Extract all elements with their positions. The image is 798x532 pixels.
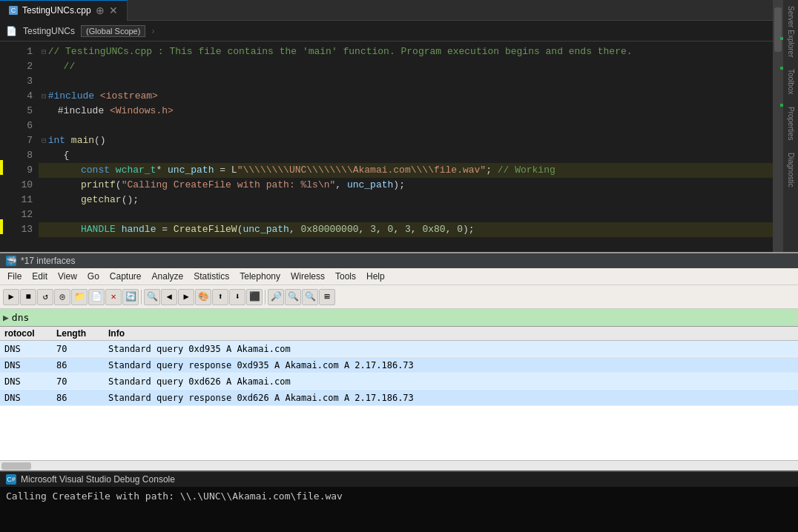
wireshark-filter-bar: ▶ dns [0, 309, 798, 327]
filter-icon: ▶ [3, 312, 9, 323]
col-header-length: Length [52, 327, 104, 340]
packet-row[interactable]: DNS 70 Standard query 0xd935 A Akamai.co… [0, 341, 798, 357]
col-header-info: Info [104, 327, 798, 340]
wireshark-title-bar: 🦈 *17 interfaces [0, 253, 798, 268]
code-line [39, 207, 798, 222]
code-line-bp: HANDLE handle = CreateFileW ( unc_path ,… [39, 222, 798, 237]
menu-telephony[interactable]: Telephony [235, 270, 285, 283]
scroll-thumb-h[interactable] [1, 462, 31, 470]
fold-icon[interactable]: ⊟ [42, 133, 47, 148]
tab-filename: TestingUNCs.cpp [22, 5, 91, 16]
ws-btn-folder[interactable]: 📁 [71, 289, 88, 305]
ws-sep-1 [141, 290, 142, 305]
packet-row[interactable]: DNS 86 Standard query response 0xd626 A … [0, 390, 798, 406]
packet-length: 70 [52, 342, 104, 356]
editor-body: 12345 678910 111213 ⊟ // TestingUNCs.cpp… [0, 41, 798, 252]
file-icon: C [9, 6, 18, 15]
ws-btn-down[interactable]: ⬇ [229, 289, 245, 305]
ws-btn-reload[interactable]: 🔄 [122, 289, 139, 305]
code-line [39, 119, 798, 133]
wireshark-title: *17 interfaces [21, 256, 75, 266]
packet-protocol: DNS [0, 342, 52, 356]
ws-btn-target[interactable]: ◎ [54, 289, 70, 305]
side-tab-properties[interactable]: Properties [785, 101, 797, 147]
menu-tools[interactable]: Tools [331, 270, 360, 283]
code-line: ⊟ // TestingUNCs.cpp : This file contain… [39, 44, 798, 59]
wireshark-toolbar: ▶ ■ ↺ ◎ 📁 📄 ✕ 🔄 🔍 ◀ ▶ 🎨 ⬆ ⬇ ⬛ 🔎 🔍 🔍 ⊞ [0, 285, 798, 309]
fold-icon[interactable]: ⊟ [42, 44, 47, 59]
breadcrumb-project[interactable]: TestingUNCs [23, 26, 75, 36]
ws-btn-up[interactable]: ⬆ [212, 289, 228, 305]
breakpoint-gutter [0, 41, 12, 252]
menu-view[interactable]: View [53, 270, 82, 283]
ws-btn-display[interactable]: ⬛ [246, 289, 263, 305]
active-tab[interactable]: C TestingUNCs.cpp ⊕ ✕ [0, 0, 128, 21]
side-tab-toolbox[interactable]: Toolbox [785, 63, 797, 100]
code-line: ⊟ int main() [39, 133, 798, 148]
debug-console: C# Microsoft Visual Studio Debug Console… [0, 471, 798, 532]
ws-btn-zoom-in[interactable]: 🔍 [144, 289, 160, 305]
wireshark-packet-table: rotocol Length Info DNS 70 Standard quer… [0, 327, 798, 460]
packet-info: Standard query 0xd935 A Akamai.com [104, 342, 798, 356]
breadcrumb-scope-selector[interactable]: (Global Scope) [81, 25, 145, 37]
packet-protocol: DNS [0, 375, 52, 388]
ws-btn-resize[interactable]: ⊞ [319, 289, 335, 305]
filter-text[interactable]: dns [12, 312, 29, 323]
ws-btn-close[interactable]: ✕ [105, 289, 122, 305]
breadcrumb-bar: 📄 TestingUNCs (Global Scope) › [0, 21, 798, 41]
code-line: ⊟ #include <iostream> [39, 89, 798, 104]
debug-output: Calling CreateFile with path: \\.\UNC\\A… [0, 487, 798, 506]
ws-btn-zoom-normal[interactable]: 🔍 [302, 289, 318, 305]
debug-console-title: Microsoft Visual Studio Debug Console [21, 474, 175, 485]
menu-file[interactable]: File [3, 270, 26, 283]
code-line: getchar (); [39, 193, 798, 207]
debug-icon: C# [6, 474, 16, 485]
ws-btn-find[interactable]: 🔎 [268, 289, 284, 305]
file-icon-small: 📄 [6, 26, 17, 36]
fold-icon[interactable]: ⊟ [42, 89, 47, 104]
tab-bar: C TestingUNCs.cpp ⊕ ✕ ⚙ ⊞ [0, 0, 798, 21]
code-line: printf ( "Calling CreateFile with path: … [39, 178, 798, 193]
menu-statistics[interactable]: Statistics [189, 270, 234, 283]
ws-btn-restart[interactable]: ↺ [37, 289, 53, 305]
packet-length: 70 [52, 375, 104, 388]
menu-analyze[interactable]: Analyze [148, 270, 188, 283]
editor-scrollbar[interactable] [773, 41, 783, 252]
scrollbar-thumb[interactable] [774, 41, 782, 52]
editor-section: C TestingUNCs.cpp ⊕ ✕ ⚙ ⊞ 📄 TestingUNCs … [0, 0, 798, 252]
wireshark-menu-bar: File Edit View Go Capture Analyze Statis… [0, 268, 798, 285]
code-area[interactable]: ⊟ // TestingUNCs.cpp : This file contain… [39, 41, 798, 252]
packet-info: Standard query response 0xd626 A Akamai.… [104, 391, 798, 405]
wireshark-scrollbar-h[interactable] [0, 460, 798, 471]
ws-btn-back[interactable]: ◀ [161, 289, 177, 305]
ws-btn-stop[interactable]: ■ [20, 289, 36, 305]
current-line-indicator [0, 160, 3, 175]
ws-btn-start[interactable]: ▶ [3, 289, 19, 305]
ws-btn-forward[interactable]: ▶ [178, 289, 194, 305]
ws-btn-doc[interactable]: 📄 [88, 289, 105, 305]
menu-wireless[interactable]: Wireless [286, 270, 329, 283]
code-line: { [39, 148, 798, 163]
packet-row[interactable]: DNS 86 Standard query response 0xd935 A … [0, 357, 798, 373]
packet-info: Standard query 0xd626 A Akamai.com [104, 375, 798, 388]
tab-close-icon[interactable]: ✕ [109, 4, 118, 16]
side-tab-diagnostic[interactable]: Diagnostic [785, 147, 797, 193]
code-line-bp: const wchar_t * unc_path = L "\\\\\\\\UN… [39, 163, 798, 178]
menu-edit[interactable]: Edit [27, 270, 52, 283]
breadcrumb-sep: › [151, 26, 154, 36]
side-tab-server-explorer[interactable]: Server Explorer [785, 41, 797, 63]
ws-column-headers: rotocol Length Info [0, 327, 798, 341]
packet-length: 86 [52, 391, 104, 405]
packet-row[interactable]: DNS 70 Standard query 0xd626 A Akamai.co… [0, 373, 798, 390]
ws-sep-2 [265, 290, 266, 305]
menu-go[interactable]: Go [83, 270, 104, 283]
wireshark-section: 🦈 *17 interfaces File Edit View Go Captu… [0, 252, 798, 471]
tab-pin-icon[interactable]: ⊕ [96, 4, 105, 16]
current-line-indicator-2 [0, 219, 3, 234]
ws-btn-colorize[interactable]: 🎨 [195, 289, 211, 305]
menu-help[interactable]: Help [362, 270, 389, 283]
code-line: #include <Windows.h> [39, 104, 798, 119]
menu-capture[interactable]: Capture [105, 270, 146, 283]
line-numbers: 12345 678910 111213 [12, 41, 39, 252]
ws-btn-zoom-out[interactable]: 🔍 [285, 289, 301, 305]
